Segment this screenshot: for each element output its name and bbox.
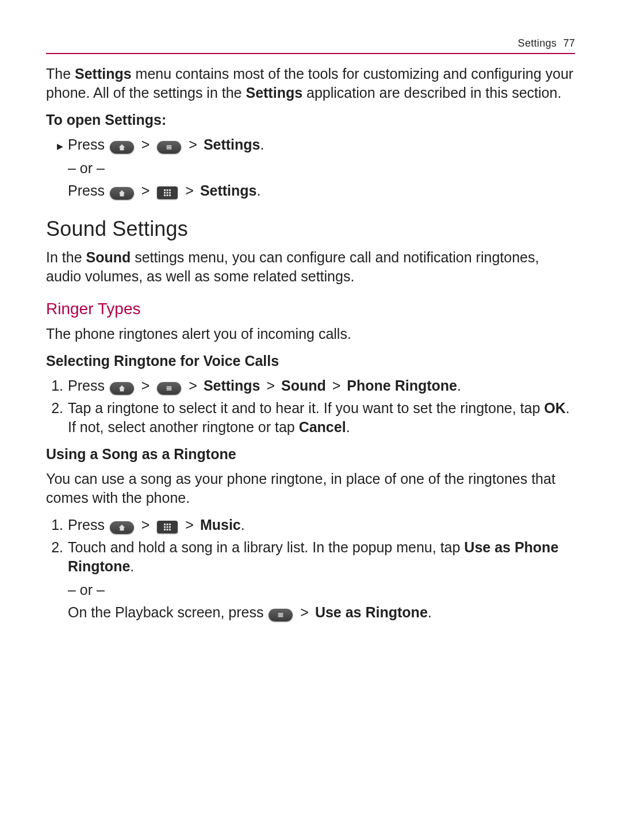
svg-rect-4 [167,189,168,191]
intro-paragraph: The Settings menu contains most of the t… [46,64,575,102]
sel-step-2: 2. Tap a ringtone to select it and to he… [46,399,575,437]
svg-rect-25 [278,614,283,616]
svg-rect-26 [278,616,283,617]
svg-rect-0 [167,145,172,146]
subhead-song-ringtone: Using a Song as a Ringtone [46,445,575,464]
sel-step-1: 1. Press > > Settings > Sound > Phone Ri… [46,376,575,395]
apps-grid-icon [157,521,178,533]
song-step-2: 2. Touch and hold a song in a library li… [46,538,575,576]
home-key-icon [110,187,134,200]
svg-rect-24 [278,613,283,614]
svg-rect-11 [169,194,171,196]
svg-rect-20 [169,526,171,528]
running-header: Settings 77 [46,37,575,51]
home-key-icon [110,141,134,154]
heading-sound-settings: Sound Settings [46,215,575,243]
song-playback-line: On the Playback screen, press > Use as R… [46,603,575,622]
open-or: – or – [46,159,575,178]
home-key-icon [110,382,134,395]
svg-rect-13 [167,388,172,389]
song-step-1: 1. Press > > Music. [46,516,575,534]
svg-rect-21 [164,529,166,530]
select-ringtone-steps: 1. Press > > Settings > Sound > Phone Ri… [46,376,575,437]
home-key-icon [110,521,134,534]
bullet-triangle-icon [46,135,68,154]
svg-rect-23 [169,529,171,530]
svg-rect-18 [164,526,166,528]
menu-key-icon [269,609,293,621]
svg-rect-2 [167,148,172,150]
sound-intro: In the Sound settings menu, you can conf… [46,248,575,286]
svg-rect-19 [167,526,168,528]
svg-rect-8 [169,192,171,193]
song-lead: You can use a song as your phone rington… [46,469,575,507]
apps-grid-icon [157,186,178,199]
svg-rect-1 [167,147,172,148]
menu-key-icon [157,141,181,154]
svg-rect-14 [167,390,172,391]
svg-rect-3 [164,189,166,191]
subhead-selecting-ringtone: Selecting Ringtone for Voice Calls [46,352,575,371]
ringer-lead: The phone ringtones alert you of incomin… [46,324,575,343]
song-ringtone-steps: 1. Press > > Music. 2. [46,516,575,576]
menu-key-icon [157,382,181,395]
page-number: 77 [563,37,575,49]
svg-rect-12 [167,387,172,388]
subhead-open-settings: To open Settings: [46,110,575,129]
svg-rect-15 [164,524,166,525]
svg-rect-17 [169,524,171,525]
svg-rect-5 [169,189,171,191]
svg-rect-22 [167,529,168,530]
section-name: Settings [518,37,557,49]
svg-rect-7 [167,192,168,193]
open-step-2: Press > > Settings. [46,181,575,200]
heading-ringer-types: Ringer Types [46,299,575,320]
svg-rect-16 [167,524,168,525]
open-settings-steps: Press > > Settings. [46,135,575,154]
song-or: – or – [46,581,575,600]
manual-page: Settings 77 The Settings menu contains m… [0,0,621,671]
header-rule [46,53,575,54]
svg-rect-9 [164,194,166,196]
svg-rect-10 [167,194,168,196]
svg-rect-6 [164,192,166,193]
open-step-1: Press > > Settings. [46,135,575,154]
